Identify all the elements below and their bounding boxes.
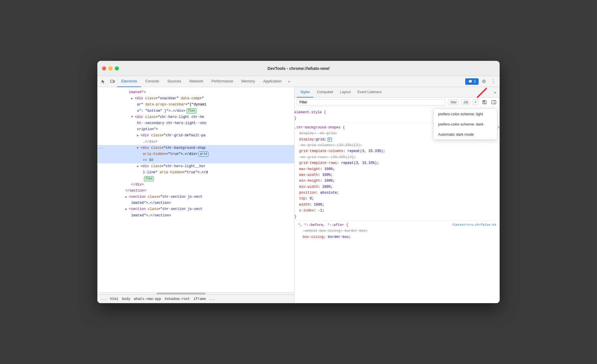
dom-scrollbar[interactable] bbox=[97, 292, 294, 294]
dom-line-dollar: == $0 bbox=[97, 157, 294, 163]
styles-tab-bar: Styles Computed Layout Event Listeners » bbox=[294, 87, 500, 98]
dom-line: ar" data-props-snackbar="{"dynami bbox=[97, 102, 294, 108]
tab-layout[interactable]: Layout bbox=[336, 87, 354, 98]
dom-line-selected: ... <div class="chr-background-shap bbox=[97, 145, 294, 151]
window-title: DevTools - chrome://whats-new/ bbox=[268, 66, 330, 71]
tab-styles[interactable]: Styles bbox=[297, 87, 313, 98]
tab-performance[interactable]: Performance bbox=[207, 76, 237, 87]
prop-min-height: min-height: 100%; bbox=[294, 178, 500, 184]
tab-elements[interactable]: Elements bbox=[117, 76, 141, 87]
devtools-body: Elements Console Sources Network Perform… bbox=[97, 76, 500, 303]
dom-line: <div class="chr-grid-default-pa bbox=[97, 132, 294, 139]
breadcrumb-iframe[interactable]: iframe bbox=[192, 296, 208, 302]
breadcrumb-body[interactable]: body bbox=[120, 296, 132, 302]
universal-rule: *, *::before, *::after { ?latest=tru…ck=… bbox=[294, 222, 500, 241]
dom-line: …</div> bbox=[97, 139, 294, 145]
dom-scrollbar-thumb[interactable] bbox=[157, 293, 206, 294]
dom-line: imated"> bbox=[97, 89, 294, 96]
maximize-button[interactable] bbox=[115, 66, 119, 70]
rule1-close: } bbox=[294, 214, 500, 220]
tab-event-listeners[interactable]: Event Listeners bbox=[354, 87, 385, 98]
dom-panel: imated"> <div class="snackbar" data-comp… bbox=[97, 87, 294, 303]
expand-arrow[interactable] bbox=[131, 96, 135, 101]
tab-bar-right: 💬 3 ⚙ ⋮ bbox=[465, 77, 498, 86]
rule2-header: *, *::before, *::after { ?latest=tru…ck=… bbox=[298, 222, 496, 228]
prop-width: width: 100%; bbox=[294, 202, 500, 208]
styles-filter-input[interactable] bbox=[297, 99, 445, 105]
flex-badge2[interactable]: flex bbox=[144, 176, 154, 181]
expand-arrow[interactable] bbox=[125, 195, 129, 199]
flex-badge[interactable]: flex bbox=[187, 108, 196, 114]
device-toggle-icon[interactable] bbox=[108, 77, 117, 86]
tab-application[interactable]: Application bbox=[259, 76, 286, 87]
dom-line-selected-cont: aria-hidden="true">…</div> grid bbox=[97, 151, 294, 157]
prop-grid-template-rows: grid-template-rows: repeat(3, 33.33%); bbox=[294, 160, 500, 166]
chat-button[interactable]: 💬 3 bbox=[465, 78, 479, 85]
styles-tabs-more[interactable]: » bbox=[493, 89, 497, 96]
arrow-indicator bbox=[475, 87, 489, 102]
styles-panel: Styles Computed Layout Event Listeners » bbox=[294, 87, 500, 303]
prop-z-index: z-index: -1; bbox=[294, 208, 500, 213]
color-scheme-dropdown: prefers-color-scheme: light prefers-colo… bbox=[433, 109, 497, 140]
dom-line: cription"> bbox=[97, 126, 294, 132]
cls-button[interactable]: .cls bbox=[461, 99, 470, 105]
prop-box-sizing: box-sizing: border-box; bbox=[298, 234, 496, 240]
dom-dots: ... bbox=[99, 145, 104, 151]
minimize-button[interactable] bbox=[108, 66, 113, 70]
breadcrumb-bar: ... html body whats-new-app #shadow-root… bbox=[97, 294, 294, 303]
hov-button[interactable]: :hov bbox=[448, 99, 459, 105]
dom-line: <section class="chr-section js-sect bbox=[97, 194, 294, 200]
dropdown-item-auto[interactable]: Automatic dark mode bbox=[433, 129, 497, 139]
dropdown-item-light[interactable]: prefers-color-scheme: light bbox=[433, 109, 497, 119]
prop-position: position: absolute; bbox=[294, 190, 500, 196]
devtools-tab-bar: Elements Console Sources Network Perform… bbox=[97, 76, 500, 87]
prop-min-width: min-width: 100%; bbox=[294, 184, 500, 190]
settings-button[interactable]: ⚙ bbox=[480, 77, 488, 86]
close-sidebar-icon[interactable] bbox=[490, 99, 497, 106]
dom-tree[interactable]: imated"> <div class="snackbar" data-comp… bbox=[97, 87, 294, 292]
dom-line: <section class="chr-section js-sect bbox=[97, 206, 294, 212]
dropdown-item-dark[interactable]: prefers-color-scheme: dark bbox=[433, 119, 497, 129]
devtools-window: DevTools - chrome://whats-new/ Ele bbox=[97, 61, 500, 303]
svg-rect-1 bbox=[114, 81, 115, 82]
dom-line: imated">…</section> bbox=[97, 213, 294, 219]
svg-rect-4 bbox=[492, 100, 496, 104]
dom-line: </div> bbox=[97, 182, 294, 188]
chat-count: 3 bbox=[474, 79, 476, 84]
prop-top: top: 0; bbox=[294, 196, 500, 202]
dom-line: s": "bottom" }">…</div> flex bbox=[97, 108, 294, 114]
breadcrumb-shadow-root[interactable]: #shadow-root bbox=[163, 296, 192, 302]
dom-line: <div class="snackbar" data-comp=" bbox=[97, 96, 294, 102]
close-button[interactable] bbox=[102, 66, 106, 70]
tab-sources[interactable]: Sources bbox=[163, 76, 185, 87]
cursor-icon[interactable] bbox=[99, 77, 108, 86]
expand-arrow[interactable] bbox=[125, 207, 129, 212]
prop-grid-template-cols: grid-template-columns: repeat(3, 33.33%)… bbox=[294, 148, 500, 154]
tab-network[interactable]: Network bbox=[185, 76, 208, 87]
chat-icon: 💬 bbox=[468, 79, 473, 84]
dom-line: imated">…</section> bbox=[97, 200, 294, 206]
tab-bar-left: Elements Console Sources Network Perform… bbox=[99, 76, 465, 87]
prop-ms-grid-rows: -ms-grid-rows: (33.33%)[3]; bbox=[294, 154, 500, 160]
more-options-button[interactable]: ⋮ bbox=[489, 77, 497, 86]
tab-console[interactable]: Console bbox=[141, 76, 163, 87]
expand-arrow[interactable] bbox=[137, 146, 141, 150]
prop-max-height: max-height: 100%; bbox=[294, 166, 500, 172]
breadcrumb-whats-new-app[interactable]: whats-new-app bbox=[132, 296, 163, 302]
more-tabs-button[interactable]: » bbox=[286, 78, 292, 85]
expand-arrow[interactable] bbox=[131, 115, 135, 119]
tab-memory[interactable]: Memory bbox=[237, 76, 259, 87]
expand-arrow[interactable] bbox=[137, 133, 141, 138]
grid-badge[interactable]: grid bbox=[199, 151, 208, 157]
prop-webkit-box-sizing: -webkit-box-sizing: border-box; bbox=[298, 228, 496, 234]
breadcrumb-dots[interactable]: ... bbox=[100, 296, 108, 302]
tab-computed[interactable]: Computed bbox=[313, 87, 336, 98]
titlebar: DevTools - chrome://whats-new/ bbox=[97, 61, 500, 76]
styles-filter-bar: :hov .cls + bbox=[294, 98, 500, 107]
grid-layout-icon[interactable] bbox=[328, 137, 332, 142]
breadcrumb-html[interactable]: html bbox=[108, 296, 120, 302]
breadcrumb-end-dots[interactable]: ... bbox=[208, 296, 217, 302]
dom-line: <div class="chr-hero-light__hor bbox=[97, 163, 294, 169]
expand-arrow[interactable] bbox=[137, 164, 141, 169]
dom-line: <div class="chr-hero-light chr-he bbox=[97, 114, 294, 120]
